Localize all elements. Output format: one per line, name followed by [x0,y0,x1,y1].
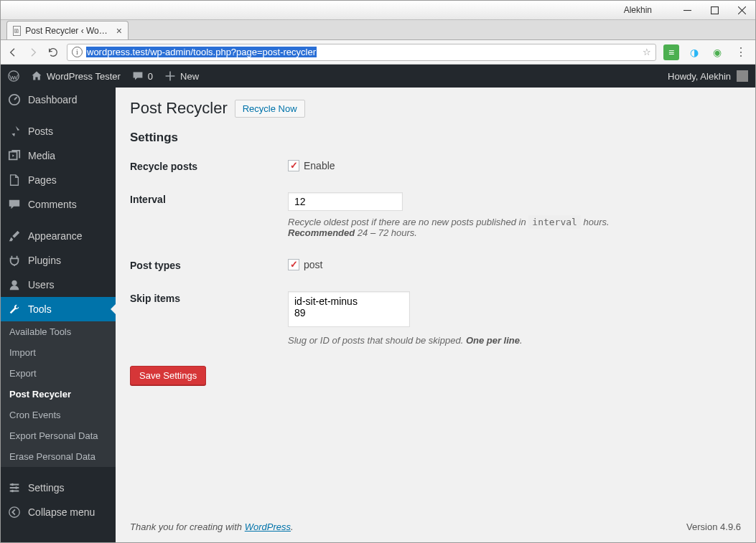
version-text: Version 4.9.6 [686,521,741,532]
pin-icon [8,125,21,138]
menu-posts[interactable]: Posts [1,119,116,143]
menu-tools[interactable]: Tools [1,297,116,321]
sliders-icon [8,481,21,494]
skip-items-textarea[interactable] [288,291,410,327]
sub-erase-personal-data[interactable]: Erase Personal Data [1,446,116,467]
menu-collapse[interactable]: Collapse menu [1,500,116,524]
browser-tabstrip: 🗎 Post Recycler ‹ WordPres… × [1,20,755,40]
browser-tab[interactable]: 🗎 Post Recycler ‹ WordPres… × [6,21,129,39]
sub-import[interactable]: Import [1,342,116,363]
comment-icon [8,198,21,211]
plug-icon [8,254,21,267]
extension-icon[interactable]: ◑ [686,44,702,60]
site-link[interactable]: WordPress Tester [31,70,121,82]
forward-button[interactable] [27,46,39,59]
menu-users[interactable]: Users [1,273,116,297]
bookmark-star-icon[interactable]: ☆ [643,47,651,57]
avatar[interactable] [737,70,748,82]
wrench-icon [8,303,21,316]
window-titlebar: Alekhin [1,1,755,20]
menu-dashboard[interactable]: Dashboard [1,88,116,112]
collapse-icon [8,506,21,519]
user-icon [8,278,21,291]
wordpress-link[interactable]: WordPress [245,521,291,532]
menu-media[interactable]: Media [1,143,116,168]
url-text: wordpress.test/wp-admin/tools.php?page=p… [86,47,317,57]
label-recycle-posts: Recycle posts [130,159,288,172]
howdy-text[interactable]: Howdy, Alekhin [668,71,731,82]
sub-export-personal-data[interactable]: Export Personal Data [1,425,116,446]
recycle-now-button[interactable]: Recycle Now [235,100,305,118]
extension-icon[interactable]: ≡ [663,44,679,60]
page-icon: 🗎 [13,26,21,36]
tools-submenu: Available Tools Import Export Post Recyc… [1,321,116,467]
site-info-icon[interactable]: i [72,47,83,57]
checkbox-icon [288,160,299,171]
window-maximize-button[interactable] [704,3,725,17]
svg-point-3 [11,280,17,285]
svg-point-4 [11,483,14,486]
svg-point-5 [15,486,18,489]
wp-logo-link[interactable] [8,70,19,82]
checkbox-icon [288,259,299,270]
svg-rect-0 [711,6,718,14]
content-area: Post Recycler Recycle Now Settings Recyc… [116,88,755,542]
sub-export[interactable]: Export [1,363,116,384]
wp-adminbar: WordPress Tester 0 New Howdy, Alekhin [1,65,755,88]
page-title: Post Recycler [130,99,228,118]
svg-point-6 [11,490,14,493]
reload-button[interactable] [47,46,60,59]
menu-settings[interactable]: Settings [1,476,116,500]
comments-link[interactable]: 0 [132,70,153,82]
browser-menu-icon[interactable]: ⋮ [732,45,750,59]
sub-post-recycler[interactable]: Post Recycler [1,384,116,405]
enable-checkbox[interactable]: Enable [288,160,335,171]
page-icon [8,174,21,186]
browser-toolbar: i wordpress.test/wp-admin/tools.php?page… [1,40,755,65]
label-post-types: Post types [130,258,288,271]
extension-icon[interactable]: ◉ [709,44,725,60]
address-bar[interactable]: i wordpress.test/wp-admin/tools.php?page… [67,44,656,61]
label-skip-items: Skip items [130,291,288,346]
wp-footer: Thank you for creating with WordPress. V… [130,511,741,542]
svg-point-7 [9,507,19,517]
tab-title: Post Recycler ‹ WordPres… [25,26,108,36]
media-icon [8,149,21,162]
section-heading: Settings [130,131,741,145]
new-link[interactable]: New [164,70,199,82]
sub-cron-events[interactable]: Cron Events [1,405,116,425]
post-type-checkbox[interactable]: post [288,259,322,270]
sub-available-tools[interactable]: Available Tools [1,321,116,342]
menu-plugins[interactable]: Plugins [1,248,116,273]
window-minimize-button[interactable] [676,3,698,17]
menu-appearance[interactable]: Appearance [1,224,116,248]
interval-input[interactable] [288,192,403,211]
menu-comments[interactable]: Comments [1,192,116,217]
admin-sidebar: Dashboard Posts Media Pages Comments App… [1,88,116,542]
dashboard-icon [8,93,21,106]
window-close-button[interactable] [731,3,752,17]
skip-description: Slug or ID of posts that should be skipp… [288,335,741,346]
window-user: Alekhin [624,5,652,15]
brush-icon [8,230,21,242]
back-button[interactable] [6,46,19,59]
interval-description: Recycle oldest post if there are no new … [288,217,741,238]
tab-close-icon[interactable]: × [116,25,122,37]
label-interval: Interval [130,192,288,238]
save-settings-button[interactable]: Save Settings [130,366,206,385]
menu-pages[interactable]: Pages [1,168,116,192]
